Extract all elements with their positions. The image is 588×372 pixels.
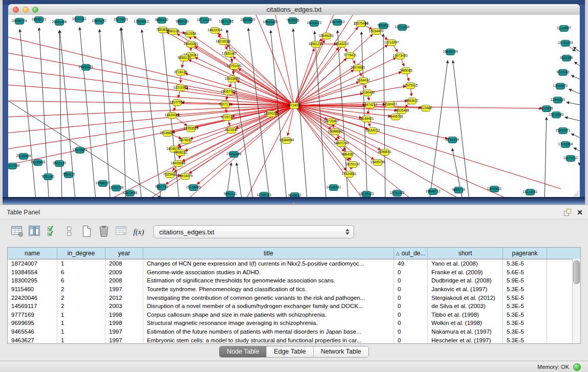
tab-edge-table[interactable]: Edge Table <box>266 346 313 357</box>
graph-node[interactable]: 7615526 <box>288 17 297 24</box>
graph-node[interactable]: 15720407 <box>327 118 336 125</box>
graph-node[interactable]: 15649820 <box>243 17 252 24</box>
graph-node[interactable]: 10958107 <box>98 180 107 187</box>
graph-node[interactable]: 9660128 <box>168 28 178 35</box>
graph-node[interactable]: 9498222 <box>176 149 185 156</box>
graph-node[interactable]: 18151132 <box>348 161 357 168</box>
graph-node[interactable]: 17524851 <box>344 171 354 178</box>
graph-node[interactable]: 16849212 <box>428 188 438 195</box>
graph-node[interactable]: 15718485 <box>189 184 198 191</box>
graph-node[interactable]: 15276021 <box>116 16 125 23</box>
graph-node[interactable]: 10655257 <box>95 18 104 25</box>
graph-node[interactable]: 19166829 <box>163 130 172 137</box>
graph-node[interactable]: 16164272 <box>368 127 377 134</box>
graph-node[interactable]: 19384554 <box>282 137 291 144</box>
table-row[interactable]: 911546021997Tourette syndrome. Phenomeno… <box>8 285 580 294</box>
graph-node[interactable]: 16093472 <box>310 20 319 27</box>
graph-node[interactable]: 10474217 <box>365 102 375 108</box>
graph-node[interactable]: 10688609 <box>331 128 340 135</box>
graph-node[interactable]: 18216018 <box>219 38 228 45</box>
graph-node[interactable]: 7625402 <box>165 171 175 178</box>
column-header-in_degree[interactable]: in_degree <box>57 248 105 259</box>
table-scrollbar[interactable] <box>572 259 580 343</box>
graph-node[interactable]: 9115460 <box>421 105 430 112</box>
graph-node[interactable]: 15193821 <box>75 147 84 154</box>
unselect-all-columns-button[interactable] <box>61 224 77 239</box>
table-row[interactable]: 1872400712008Changes of HCN gene express… <box>8 259 580 268</box>
table-row[interactable]: 1830029562008Estimation of significance … <box>8 276 580 285</box>
table-row[interactable]: 977716911998Corpus callosum shape and si… <box>8 311 580 319</box>
table-row[interactable]: 1938455462009Genome-wide association stu… <box>8 268 580 277</box>
graph-node[interactable]: 10210643 <box>552 112 561 118</box>
table-row[interactable]: 946362711997Embryonic stem cells: a mode… <box>8 336 580 344</box>
graph-node[interactable]: 10933862 <box>228 76 237 82</box>
graph-node[interactable]: 8466160 <box>157 17 166 24</box>
close-icon[interactable]: ✕ <box>577 209 583 216</box>
graph-node[interactable]: 7663811 <box>379 23 388 29</box>
graph-node[interactable]: 16914479 <box>181 173 190 180</box>
column-header-out_de[interactable]: △out_de... <box>394 248 428 259</box>
graph-node[interactable]: 9466160 <box>178 18 187 25</box>
window-titlebar[interactable]: citations_edges.txt <box>8 4 580 15</box>
delete-table-button[interactable] <box>114 224 129 239</box>
graph-node[interactable]: 24055724 <box>15 18 24 25</box>
table-mode-button[interactable] <box>9 224 25 239</box>
graph-node[interactable]: 9215955 <box>542 105 551 112</box>
graph-node[interactable]: 12213385 <box>176 84 185 91</box>
memory-status-indicator[interactable] <box>573 363 581 371</box>
graph-node[interactable]: 9896123 <box>180 55 189 61</box>
graph-node[interactable]: 12444151 <box>553 97 562 103</box>
show-columns-button[interactable] <box>27 224 42 239</box>
graph-node[interactable]: 5505135 <box>55 160 64 167</box>
graph-node[interactable]: 14822004 <box>210 27 220 34</box>
table-select[interactable]: citations_edges.txt <box>154 225 354 238</box>
graph-node[interactable]: 12160421 <box>385 101 395 108</box>
tab-network-table[interactable]: Network Table <box>313 346 368 357</box>
graph-node[interactable]: 17604012 <box>137 18 146 25</box>
graph-node[interactable]: 9725712 <box>223 114 232 121</box>
panel-resize-handle[interactable] <box>292 202 296 205</box>
graph-node[interactable]: 16961273 <box>311 41 320 48</box>
graph-node[interactable]: 8791914 <box>448 137 457 143</box>
graph-node[interactable]: 14136141 <box>329 184 338 191</box>
graph-node[interactable]: 9857791 <box>157 184 166 190</box>
graph-node[interactable]: 2718126 <box>176 69 185 76</box>
table-scrollbar-thumb[interactable] <box>573 260 580 284</box>
graph-node[interactable]: 14227311 <box>75 16 84 23</box>
graph-node[interactable]: 9329366 <box>562 55 571 61</box>
graph-node[interactable]: 12823448 <box>125 190 135 196</box>
graph-node[interactable]: 16874931 <box>353 64 362 71</box>
table-row[interactable]: 969969511998Structural magnetic resonanc… <box>8 319 580 327</box>
tab-node-table[interactable]: Node Table <box>220 346 266 357</box>
graph-node[interactable]: 10791332 <box>393 190 402 196</box>
column-header-pagerank[interactable]: pagerank <box>503 248 547 259</box>
graph-node[interactable]: 11124507 <box>559 25 569 32</box>
graph-node[interactable]: 12975115 <box>406 82 415 89</box>
graph-node[interactable]: 9485779 <box>454 187 463 193</box>
function-builder-button[interactable]: f(x) <box>131 224 146 239</box>
graph-node[interactable]: 12093872 <box>556 83 565 90</box>
column-header-short[interactable]: short <box>428 248 503 259</box>
graph-node[interactable]: 20053101 <box>81 64 91 71</box>
graph-node[interactable]: 15751074 <box>561 40 570 47</box>
graph-node[interactable]: 8878312 <box>181 137 190 144</box>
graph-node[interactable]: 29053346 <box>229 151 238 158</box>
column-header-name[interactable]: name <box>8 248 57 259</box>
graph-node[interactable]: 16195123 <box>362 191 371 198</box>
graph-node[interactable]: 9164412 <box>359 77 368 84</box>
network-canvas[interactable]: 2405572416535721206914061422731110655257… <box>8 15 580 198</box>
graph-node[interactable]: 10973493 <box>396 53 405 59</box>
graph-node[interactable]: 9912954 <box>185 31 194 37</box>
column-header-year[interactable]: year <box>105 248 143 259</box>
graph-node[interactable]: 7775431 <box>345 52 355 59</box>
graph-node[interactable]: 11675312 <box>566 155 575 162</box>
graph-node[interactable]: 9051341 <box>43 173 53 180</box>
graph-node[interactable]: 10719135 <box>200 17 209 24</box>
graph-node[interactable]: 10025488 <box>397 107 406 114</box>
graph-node[interactable]: 9450121 <box>226 191 235 198</box>
graph-node[interactable]: 12093411 <box>490 186 499 192</box>
graph-node[interactable]: 25106594 <box>19 153 28 160</box>
graph-node[interactable]: 29057311 <box>224 89 233 95</box>
graph-node[interactable]: 12751441 <box>230 63 239 70</box>
close-button[interactable] <box>13 7 19 13</box>
